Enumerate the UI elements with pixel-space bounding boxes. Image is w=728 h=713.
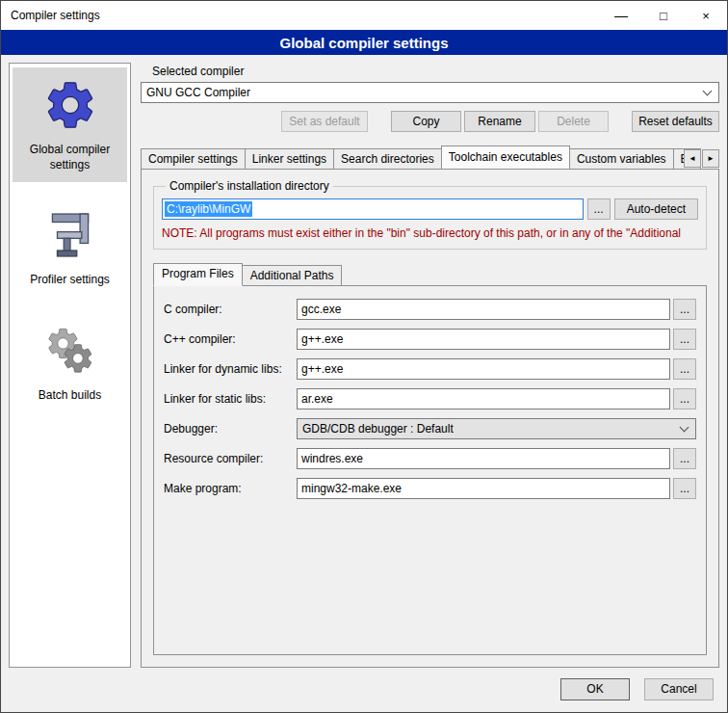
compiler-actions: Set as default Copy Rename Delete Reset … bbox=[141, 111, 719, 132]
compiler-settings-window: Compiler settings — □ × Global compiler … bbox=[0, 0, 728, 713]
tab-custom-variables[interactable]: Custom variables bbox=[569, 148, 674, 169]
cpp-compiler-browse-button[interactable]: ... bbox=[673, 329, 696, 350]
dialog-footer: OK Cancel bbox=[1, 673, 727, 712]
make-program-browse-button[interactable]: ... bbox=[673, 478, 696, 499]
selected-compiler-label: Selected compiler bbox=[152, 65, 719, 78]
resource-compiler-input[interactable] bbox=[297, 448, 670, 469]
static-linker-label: Linker for static libs: bbox=[164, 392, 297, 406]
chevron-down-icon bbox=[680, 423, 689, 433]
sidebar-item-label: Profiler settings bbox=[30, 273, 110, 288]
cpp-compiler-input[interactable] bbox=[297, 329, 670, 350]
cpp-compiler-label: C++ compiler: bbox=[164, 332, 297, 346]
debugger-row: Debugger: GDB/CDB debugger : Default bbox=[164, 418, 696, 439]
make-program-label: Make program: bbox=[164, 482, 297, 495]
delete-button: Delete bbox=[538, 111, 609, 132]
dialog-body: Global compiler settings Profiler settin… bbox=[1, 55, 727, 673]
make-program-input[interactable] bbox=[297, 478, 670, 499]
maximize-button[interactable]: □ bbox=[642, 1, 685, 30]
sidebar-item-global-compiler-settings[interactable]: Global compiler settings bbox=[13, 67, 127, 182]
window-controls: — □ × bbox=[600, 1, 727, 30]
tab-scroll-arrows: ◄ ► bbox=[683, 149, 719, 168]
subtab-additional-paths[interactable]: Additional Paths bbox=[242, 265, 343, 285]
install-dir-input[interactable]: C:\raylib\MinGW bbox=[162, 198, 584, 220]
sidebar-item-profiler-settings[interactable]: Profiler settings bbox=[13, 198, 127, 298]
resource-compiler-label: Resource compiler: bbox=[164, 452, 297, 465]
dynamic-linker-label: Linker for dynamic libs: bbox=[164, 362, 297, 376]
close-button[interactable]: × bbox=[685, 1, 727, 30]
ok-button[interactable]: OK bbox=[560, 678, 630, 700]
cpp-compiler-row: C++ compiler: ... bbox=[164, 329, 696, 350]
debugger-select-value: GDB/CDB debugger : Default bbox=[302, 422, 454, 436]
tab-search-directories[interactable]: Search directories bbox=[333, 148, 442, 169]
gear-icon bbox=[42, 75, 98, 135]
profiler-icon bbox=[44, 205, 96, 265]
bin-subdirectory-note: NOTE: All programs must exist either in … bbox=[162, 226, 698, 240]
debugger-label: Debugger: bbox=[164, 422, 297, 436]
autodetect-button[interactable]: Auto-detect bbox=[614, 198, 698, 220]
window-title: Compiler settings bbox=[11, 9, 100, 22]
debugger-select[interactable]: GDB/CDB debugger : Default bbox=[297, 418, 696, 439]
dynamic-linker-row: Linker for dynamic libs: ... bbox=[164, 358, 696, 380]
sidebar-item-batch-builds[interactable]: Batch builds bbox=[13, 313, 127, 413]
install-dir-selected-text: C:\raylib\MinGW bbox=[165, 201, 252, 217]
reset-defaults-button[interactable]: Reset defaults bbox=[632, 111, 719, 132]
installation-directory-row: C:\raylib\MinGW ... Auto-detect bbox=[162, 198, 698, 220]
make-program-row: Make program: ... bbox=[164, 478, 696, 499]
title-bar: Compiler settings — □ × bbox=[1, 1, 727, 30]
set-as-default-button: Set as default bbox=[281, 111, 368, 132]
tab-toolchain-executables[interactable]: Toolchain executables bbox=[441, 145, 570, 169]
compiler-select-value: GNU GCC Compiler bbox=[146, 86, 250, 99]
program-files-subtabbar: Program Files Additional Paths bbox=[153, 263, 707, 285]
tab-scroll-right-button[interactable]: ► bbox=[702, 149, 719, 168]
chevron-down-icon bbox=[703, 87, 713, 96]
c-compiler-label: C compiler: bbox=[164, 303, 297, 316]
program-files-panel: C compiler: ... C++ compiler: ... Linker… bbox=[153, 285, 707, 655]
resource-compiler-row: Resource compiler: ... bbox=[164, 448, 696, 469]
install-dir-browse-button[interactable]: ... bbox=[587, 198, 611, 220]
c-compiler-browse-button[interactable]: ... bbox=[673, 299, 696, 320]
page-title: Global compiler settings bbox=[1, 30, 727, 55]
static-linker-browse-button[interactable]: ... bbox=[673, 388, 696, 409]
c-compiler-input[interactable] bbox=[297, 299, 670, 320]
c-compiler-row: C compiler: ... bbox=[164, 299, 696, 320]
installation-directory-legend: Compiler's installation directory bbox=[166, 179, 333, 193]
static-linker-input[interactable] bbox=[297, 388, 670, 409]
tab-linker-settings[interactable]: Linker settings bbox=[245, 148, 334, 169]
dynamic-linker-browse-button[interactable]: ... bbox=[673, 358, 696, 380]
sidebar-item-label: Batch builds bbox=[39, 388, 101, 404]
settings-category-list: Global compiler settings Profiler settin… bbox=[9, 63, 131, 668]
cancel-button[interactable]: Cancel bbox=[644, 678, 714, 700]
compiler-select[interactable]: GNU GCC Compiler bbox=[141, 82, 719, 103]
subtab-program-files[interactable]: Program Files bbox=[153, 263, 243, 286]
rename-button[interactable]: Rename bbox=[464, 111, 535, 132]
sidebar-item-label: Global compiler settings bbox=[14, 143, 125, 172]
tab-scroll-left-button[interactable]: ◄ bbox=[684, 149, 701, 168]
installation-directory-group: Compiler's installation directory C:\ray… bbox=[153, 179, 707, 250]
tab-compiler-settings[interactable]: Compiler settings bbox=[141, 148, 246, 169]
copy-button[interactable]: Copy bbox=[391, 111, 461, 132]
static-linker-row: Linker for static libs: ... bbox=[164, 388, 696, 409]
resource-compiler-browse-button[interactable]: ... bbox=[673, 448, 696, 469]
settings-tabbar: Compiler settings Linker settings Search… bbox=[141, 145, 719, 169]
minimize-button[interactable]: — bbox=[600, 1, 642, 30]
dynamic-linker-input[interactable] bbox=[297, 358, 670, 380]
toolchain-executables-panel: Compiler's installation directory C:\ray… bbox=[141, 169, 719, 668]
main-panel: Selected compiler GNU GCC Compiler Set a… bbox=[141, 63, 719, 668]
batch-builds-icon bbox=[42, 321, 98, 381]
